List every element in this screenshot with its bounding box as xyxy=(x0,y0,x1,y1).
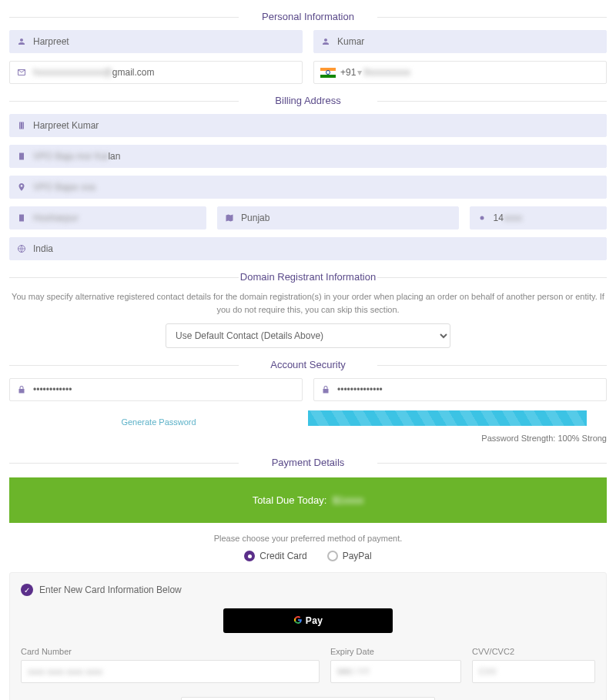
city-masked: Hoshiarpur xyxy=(33,213,79,223)
card-details-panel: ✓ Enter New Card Information Below Pay C… xyxy=(9,572,607,700)
password-strength-text: Password Strength: 100% Strong xyxy=(0,430,616,446)
payment-radio-credit-card[interactable]: Credit Card xyxy=(244,551,306,561)
confirm-password-field[interactable]: •••••••••••••• xyxy=(313,378,607,401)
first-name-value: Harpreet xyxy=(33,36,69,47)
confirm-password-mask: •••••••••••••• xyxy=(337,384,383,395)
email-field[interactable]: hxxxxxxxxxxxxxx@gmail.com xyxy=(9,61,303,84)
google-g-icon xyxy=(293,615,303,627)
svg-point-0 xyxy=(480,216,484,220)
address2-masked: VPO Bajax xxa xyxy=(33,182,95,193)
phone-code: +91 xyxy=(340,67,356,78)
country-value: India xyxy=(33,243,53,254)
building-icon xyxy=(16,120,27,131)
payment-radio-paypal[interactable]: PayPal xyxy=(327,551,372,561)
google-pay-button[interactable]: Pay xyxy=(223,608,393,633)
radio-dot-icon xyxy=(327,551,338,561)
total-due-bar: Total Due Today: $1xxxx xyxy=(9,477,607,523)
total-due-label: Total Due Today: xyxy=(253,494,327,506)
city-field[interactable]: Hoshiarpur xyxy=(9,206,206,229)
map-icon xyxy=(224,213,235,223)
lock-icon xyxy=(320,384,331,395)
cc-expiry-input[interactable]: MM / YY xyxy=(330,660,461,683)
domain-helper-text: You may specify alternative registered c… xyxy=(0,290,616,316)
company-value: Harpreet Kumar xyxy=(33,120,99,131)
new-card-check-line[interactable]: ✓ Enter New Card Information Below xyxy=(21,584,595,596)
last-name-field[interactable]: Kumar xyxy=(313,30,607,53)
address2-field[interactable]: VPO Bajax xxa xyxy=(9,176,607,199)
radio-dot-icon xyxy=(244,551,255,561)
address1-masked: VPO Baja mor Kal xyxy=(33,151,108,162)
country-field[interactable]: India xyxy=(9,237,607,260)
section-title-payment: Payment Details xyxy=(0,457,616,468)
cc-cvv-label: CVV/CVC2 xyxy=(472,647,595,656)
section-title-domain: Domain Registrant Information xyxy=(0,271,616,283)
state-value: Punjab xyxy=(241,213,270,223)
zip-masked: xxxx xyxy=(504,213,522,223)
building-icon xyxy=(16,151,27,162)
password-strength-bar xyxy=(308,410,587,426)
generate-password-link[interactable]: Generate Password xyxy=(9,417,308,427)
address1-field[interactable]: VPO Baja mor Kallan xyxy=(9,145,607,168)
last-name-value: Kumar xyxy=(337,36,364,47)
payment-choose-text: Please choose your preferred method of p… xyxy=(0,534,616,543)
envelope-icon xyxy=(16,67,27,78)
lock-icon xyxy=(16,384,27,395)
cc-cvv-input[interactable]: CVV xyxy=(472,660,595,683)
globe-icon xyxy=(16,243,27,254)
section-title-personal: Personal Information xyxy=(0,11,616,22)
section-title-security: Account Security xyxy=(0,359,616,370)
person-icon xyxy=(320,36,331,47)
checkmark-icon: ✓ xyxy=(21,584,33,596)
cc-number-input[interactable]: xxxx xxxx xxxx xxxx xyxy=(21,660,320,683)
card-name-input[interactable]: Enter a name for this card (Optional) xyxy=(181,697,435,700)
first-name-field[interactable]: Harpreet xyxy=(9,30,303,53)
company-field[interactable]: Harpreet Kumar xyxy=(9,114,607,137)
state-field[interactable]: Punjab xyxy=(217,206,458,229)
asterisk-icon xyxy=(477,213,487,223)
email-suffix: gmail.com xyxy=(112,67,155,78)
domain-contact-select[interactable]: Use Default Contact (Details Above) xyxy=(166,323,450,348)
cc-expiry-label: Expiry Date xyxy=(330,647,461,656)
map-pin-icon xyxy=(16,182,27,193)
zip-field[interactable]: 14xxxx xyxy=(470,206,607,229)
email-prefix-masked: hxxxxxxxxxxxxxx@ xyxy=(33,67,112,78)
total-due-amount: $1xxxx xyxy=(333,494,363,506)
india-flag-icon xyxy=(320,68,336,78)
person-icon xyxy=(16,36,27,47)
phone-masked: 9xxxxxxxxx xyxy=(363,67,410,78)
phone-field[interactable]: +91 ▾ 9xxxxxxxxx xyxy=(313,61,607,84)
password-field[interactable]: •••••••••••• xyxy=(9,378,303,401)
building-icon xyxy=(16,213,27,223)
section-title-billing: Billing Address xyxy=(0,95,616,106)
cc-number-label: Card Number xyxy=(21,647,320,656)
password-mask: •••••••••••• xyxy=(33,384,72,395)
